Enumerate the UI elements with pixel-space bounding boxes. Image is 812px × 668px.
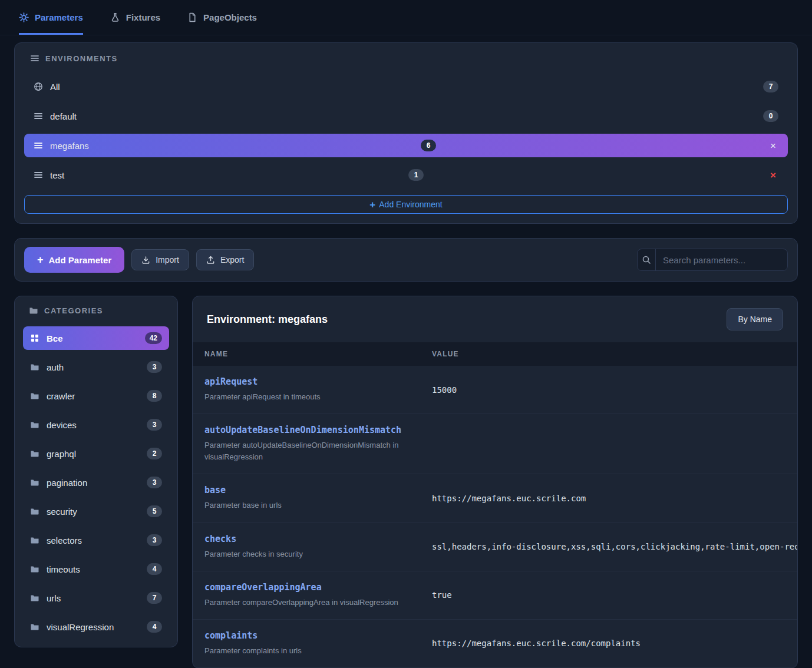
category-name: Все <box>47 333 63 343</box>
folder-icon <box>30 449 39 458</box>
tab-label: PageObjects <box>203 12 257 22</box>
folder-icon <box>30 391 39 401</box>
parameter-name-link[interactable]: base <box>204 485 226 495</box>
table-row: compareOverlappingArea Parameter compare… <box>193 571 797 620</box>
count-badge: 42 <box>145 332 162 344</box>
parameter-name-cell: compareOverlappingArea Parameter compare… <box>193 582 420 609</box>
plus-icon: + <box>369 200 375 210</box>
count-badge: 1 <box>408 169 424 181</box>
folder-icon <box>30 507 39 516</box>
count-badge: 5 <box>147 505 162 517</box>
category-name: selectors <box>47 535 82 545</box>
table-row: autoUpdateBaselineOnDimensionMismatch Pa… <box>193 414 797 474</box>
folder-icon <box>30 535 39 545</box>
import-button[interactable]: Import <box>131 249 189 270</box>
count-badge: 3 <box>147 534 162 546</box>
search-input[interactable] <box>656 249 787 270</box>
parameter-value: https://megafans.euc.scrile.com <box>420 494 797 503</box>
count-badge: 4 <box>147 621 162 633</box>
top-navigation: Parameters Fixtures PageObjects <box>0 0 812 35</box>
category-item-timeouts[interactable]: timeouts 4 <box>23 557 169 581</box>
category-name-group: urls <box>30 593 61 603</box>
search-box <box>637 249 788 271</box>
category-item-security[interactable]: security 5 <box>23 500 169 523</box>
tab-pageobjects[interactable]: PageObjects <box>187 0 257 35</box>
category-name: pagination <box>47 478 87 488</box>
category-name: timeouts <box>47 564 80 574</box>
category-name-group: crawler <box>30 391 75 401</box>
export-icon <box>206 256 215 264</box>
environment-name-group: default <box>34 111 77 121</box>
folder-icon <box>30 362 39 372</box>
search-icon[interactable] <box>638 249 656 270</box>
export-button[interactable]: Export <box>196 249 254 270</box>
environments-panel: ENVIRONMENTS All 7 default 0 megafans 6 … <box>14 42 798 224</box>
table-header: NAME VALUE <box>193 342 797 366</box>
categories-title: CATEGORIES <box>44 306 103 315</box>
import-label: Import <box>156 255 179 264</box>
category-name-group: devices <box>30 420 77 430</box>
parameter-name-link[interactable]: compareOverlappingArea <box>204 582 322 593</box>
parameter-name-link[interactable]: checks <box>204 534 236 544</box>
environment-name: test <box>50 170 64 180</box>
count-badge: 7 <box>763 81 778 92</box>
category-name-group: Все <box>30 333 63 343</box>
close-icon[interactable]: × <box>768 140 778 152</box>
environment-name: megafans <box>50 141 89 151</box>
list-icon <box>34 141 43 150</box>
parameter-name-cell: base Parameter base in urls <box>193 485 420 511</box>
count-badge: 0 <box>763 110 778 122</box>
parameter-name-link[interactable]: apiRequest <box>204 376 258 387</box>
tab-label: Parameters <box>35 12 83 22</box>
tab-parameters[interactable]: Parameters <box>19 0 83 35</box>
parameter-name-cell: autoUpdateBaselineOnDimensionMismatch Pa… <box>193 425 420 463</box>
parameter-description: Parameter checks in security <box>204 548 408 560</box>
close-icon[interactable]: × <box>768 169 778 181</box>
count-badge: 7 <box>147 592 162 604</box>
category-name-group: auth <box>30 362 64 372</box>
category-name: devices <box>47 420 77 430</box>
tab-fixtures[interactable]: Fixtures <box>110 0 160 35</box>
environment-item-test[interactable]: test 1 × <box>24 163 788 187</box>
count-badge: 3 <box>147 419 162 431</box>
category-item-pagination[interactable]: pagination 3 <box>23 471 169 494</box>
parameter-value: https://megafans.euc.scrile.com/complain… <box>420 639 797 648</box>
column-header-value: VALUE <box>420 350 797 358</box>
count-badge: 6 <box>421 140 436 151</box>
category-item-auth[interactable]: auth 3 <box>23 355 169 379</box>
environment-name: default <box>50 111 77 121</box>
import-icon <box>141 256 150 264</box>
environment-item-all[interactable]: All 7 <box>24 75 788 98</box>
environment-item-default[interactable]: default 0 <box>24 104 788 128</box>
content-area: CATEGORIES Все 42 auth 3 crawle <box>14 296 798 668</box>
count-badge: 3 <box>147 361 162 373</box>
category-item-selectors[interactable]: selectors 3 <box>23 528 169 552</box>
plus-icon: + <box>37 254 44 265</box>
category-name-group: security <box>30 507 77 517</box>
category-item-graphql[interactable]: graphql 2 <box>23 442 169 465</box>
add-parameter-button[interactable]: + Add Parameter <box>24 247 124 273</box>
app-root: Parameters Fixtures PageObjects ENVIRONM… <box>0 0 812 668</box>
category-item-devices[interactable]: devices 3 <box>23 413 169 436</box>
parameter-description: Parameter apiRequest in timeouts <box>204 391 408 403</box>
grid-icon <box>30 333 39 343</box>
add-environment-button[interactable]: + Add Environment <box>24 195 788 214</box>
category-item-crawler[interactable]: crawler 8 <box>23 384 169 408</box>
sort-by-name-button[interactable]: By Name <box>727 308 783 330</box>
parameters-header: Environment: megafans By Name <box>193 296 797 342</box>
list-icon <box>30 54 39 63</box>
export-label: Export <box>220 255 244 264</box>
category-name: crawler <box>47 391 75 401</box>
category-item-visualregression[interactable]: visualRegression 4 <box>23 615 169 639</box>
count-badge: 2 <box>147 448 162 459</box>
parameter-name-link[interactable]: autoUpdateBaselineOnDimensionMismatch <box>204 425 401 435</box>
parameter-name-link[interactable]: complaints <box>204 630 258 641</box>
table-row: complaints Parameter complaints in urls … <box>193 620 797 668</box>
category-name-group: graphql <box>30 449 76 459</box>
flask-icon <box>110 12 120 22</box>
environment-item-megafans[interactable]: megafans 6 × <box>24 134 788 157</box>
category-item-all[interactable]: Все 42 <box>23 326 169 350</box>
category-item-urls[interactable]: urls 7 <box>23 586 169 610</box>
category-name: security <box>47 507 77 517</box>
tab-label: Fixtures <box>126 12 160 22</box>
